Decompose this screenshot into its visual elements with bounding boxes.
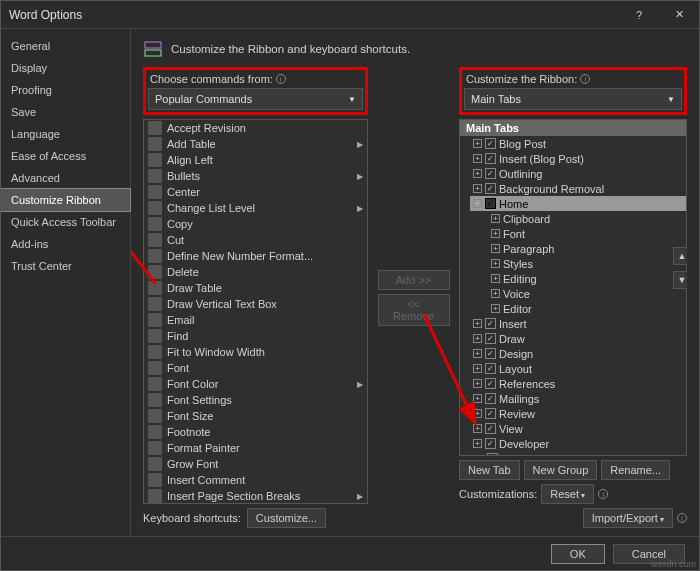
expand-icon[interactable]: + [473, 334, 482, 343]
reset-button[interactable]: Reset [541, 484, 594, 504]
sidebar-item-add-ins[interactable]: Add-ins [1, 233, 130, 255]
checkbox[interactable]: ✓ [485, 363, 496, 374]
tree-item-styles[interactable]: +Styles [488, 256, 686, 271]
expand-icon[interactable]: + [491, 244, 500, 253]
expand-icon[interactable]: + [473, 409, 482, 418]
sidebar-item-proofing[interactable]: Proofing [1, 79, 130, 101]
info-icon[interactable]: i [276, 74, 286, 84]
command-item[interactable]: Insert Comment [144, 472, 367, 488]
sidebar-item-advanced[interactable]: Advanced [1, 167, 130, 189]
tree-item-editing[interactable]: +Editing [488, 271, 686, 286]
checkbox[interactable]: ✓ [485, 138, 496, 149]
ok-button[interactable]: OK [551, 544, 605, 564]
customize-shortcuts-button[interactable]: Customize... [247, 508, 326, 528]
checkbox[interactable]: ✓ [485, 153, 496, 164]
command-item[interactable]: Accept Revision [144, 120, 367, 136]
tree-item-blog-post[interactable]: +✓Blog Post [470, 136, 686, 151]
sidebar-item-language[interactable]: Language [1, 123, 130, 145]
tree-item-view[interactable]: +✓View [470, 421, 686, 436]
expand-icon[interactable]: + [473, 364, 482, 373]
tree-item-outlining[interactable]: +✓Outlining [470, 166, 686, 181]
command-item[interactable]: Bullets▶ [144, 168, 367, 184]
tree-item-background-removal[interactable]: +✓Background Removal [470, 181, 686, 196]
new-tab-button[interactable]: New Tab [459, 460, 520, 480]
command-item[interactable]: Draw Table [144, 280, 367, 296]
expand-icon[interactable]: + [491, 289, 500, 298]
tree-item-developer[interactable]: +✓Developer [470, 436, 686, 451]
command-item[interactable]: Font Settings [144, 392, 367, 408]
checkbox[interactable]: ✓ [487, 453, 498, 456]
close-button[interactable]: ✕ [659, 1, 699, 28]
tree-item-clipboard[interactable]: +Clipboard [488, 211, 686, 226]
checkbox[interactable]: ✓ [485, 378, 496, 389]
command-item[interactable]: Font Size [144, 408, 367, 424]
command-item[interactable]: Delete [144, 264, 367, 280]
tree-item-design[interactable]: +✓Design [470, 346, 686, 361]
expand-icon[interactable]: + [491, 274, 500, 283]
command-item[interactable]: Find [144, 328, 367, 344]
checkbox[interactable]: ✓ [485, 198, 496, 209]
sidebar-item-quick-access-toolbar[interactable]: Quick Access Toolbar [1, 211, 130, 233]
expand-icon[interactable]: − [473, 199, 482, 208]
expand-icon[interactable]: + [473, 394, 482, 403]
command-item[interactable]: Center [144, 184, 367, 200]
command-item[interactable]: Add Table▶ [144, 136, 367, 152]
info-icon[interactable]: i [677, 513, 687, 523]
command-item[interactable]: Align Left [144, 152, 367, 168]
tree-item-font[interactable]: +Font [488, 226, 686, 241]
sidebar-item-general[interactable]: General [1, 35, 130, 57]
tree-item-editor[interactable]: +Editor [488, 301, 686, 316]
expand-icon[interactable]: + [473, 139, 482, 148]
move-down-button[interactable]: ▼ [673, 271, 687, 289]
remove-button[interactable]: << Remove [378, 294, 450, 326]
expand-icon[interactable]: + [473, 154, 482, 163]
tree-item-insert-blog-post-[interactable]: +✓Insert (Blog Post) [470, 151, 686, 166]
customize-ribbon-combo[interactable]: Main Tabs ▼ [464, 88, 682, 110]
checkbox[interactable]: ✓ [485, 333, 496, 344]
tree-item-insert[interactable]: +✓Insert [470, 316, 686, 331]
commands-listbox[interactable]: Accept RevisionAdd Table▶Align LeftBulle… [143, 119, 368, 504]
tree-item-voice[interactable]: +Voice [488, 286, 686, 301]
command-item[interactable]: Insert Page Section Breaks▶ [144, 488, 367, 504]
import-export-button[interactable]: Import/Export [583, 508, 673, 528]
expand-icon[interactable]: + [491, 304, 500, 313]
help-button[interactable]: ? [619, 1, 659, 28]
tree-item-add-ins[interactable]: ✓Add-ins [470, 451, 686, 456]
checkbox[interactable]: ✓ [485, 318, 496, 329]
checkbox[interactable]: ✓ [485, 408, 496, 419]
checkbox[interactable]: ✓ [485, 183, 496, 194]
tree-item-mailings[interactable]: +✓Mailings [470, 391, 686, 406]
move-up-button[interactable]: ▲ [673, 247, 687, 265]
add-button[interactable]: Add >> [378, 270, 450, 290]
new-group-button[interactable]: New Group [524, 460, 598, 480]
command-item[interactable]: Draw Vertical Text Box [144, 296, 367, 312]
tree-item-references[interactable]: +✓References [470, 376, 686, 391]
tree-item-review[interactable]: +✓Review [470, 406, 686, 421]
sidebar-item-customize-ribbon[interactable]: Customize Ribbon [1, 189, 130, 211]
command-item[interactable]: Email [144, 312, 367, 328]
expand-icon[interactable]: + [491, 214, 500, 223]
sidebar-item-ease-of-access[interactable]: Ease of Access [1, 145, 130, 167]
choose-commands-combo[interactable]: Popular Commands ▼ [148, 88, 363, 110]
info-icon[interactable]: i [580, 74, 590, 84]
command-item[interactable]: Font Color▶ [144, 376, 367, 392]
expand-icon[interactable]: + [491, 259, 500, 268]
command-item[interactable]: Define New Number Format... [144, 248, 367, 264]
checkbox[interactable]: ✓ [485, 348, 496, 359]
expand-icon[interactable]: + [473, 349, 482, 358]
command-item[interactable]: Copy [144, 216, 367, 232]
tree-item-draw[interactable]: +✓Draw [470, 331, 686, 346]
tree-item-paragraph[interactable]: +Paragraph [488, 241, 686, 256]
tree-item-home[interactable]: −✓Home [470, 196, 686, 211]
ribbon-tree[interactable]: Main Tabs+✓Blog Post+✓Insert (Blog Post)… [459, 119, 687, 456]
expand-icon[interactable]: + [473, 439, 482, 448]
sidebar-item-trust-center[interactable]: Trust Center [1, 255, 130, 277]
command-item[interactable]: Font [144, 360, 367, 376]
command-item[interactable]: Fit to Window Width [144, 344, 367, 360]
expand-icon[interactable]: + [473, 184, 482, 193]
info-icon[interactable]: i [598, 489, 608, 499]
expand-icon[interactable]: + [473, 424, 482, 433]
expand-icon[interactable]: + [473, 169, 482, 178]
rename-button[interactable]: Rename... [601, 460, 670, 480]
command-item[interactable]: Change List Level▶ [144, 200, 367, 216]
